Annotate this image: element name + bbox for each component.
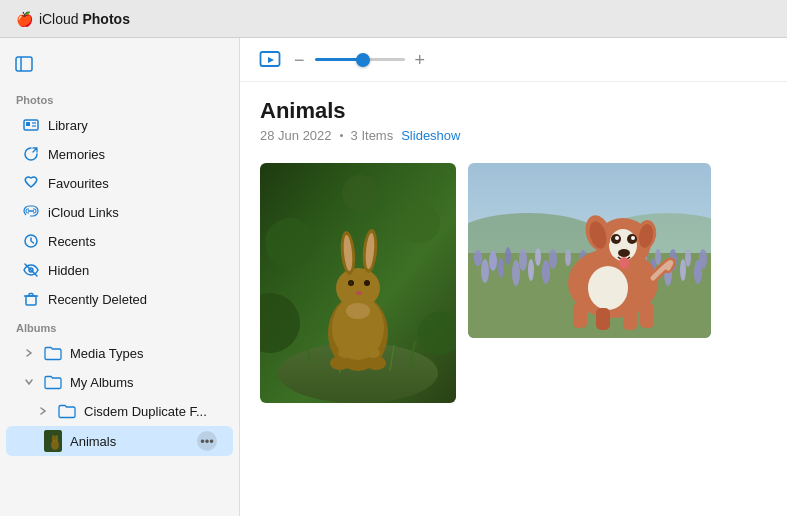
media-types-label: Media Types <box>70 346 217 361</box>
svg-point-88 <box>619 257 629 269</box>
svg-point-44 <box>366 348 380 358</box>
svg-rect-90 <box>596 308 610 330</box>
titlebar: 🍎 iCloud Photos <box>0 0 787 38</box>
svg-point-69 <box>542 260 550 284</box>
svg-point-41 <box>330 356 350 370</box>
favourites-label: Favourites <box>48 176 217 191</box>
dog-photo-image <box>468 163 711 338</box>
sidebar-item-my-albums[interactable]: My Albums <box>6 368 233 396</box>
sidebar-item-media-types[interactable]: Media Types <box>6 339 233 367</box>
main-layout: Photos Library <box>0 38 787 516</box>
svg-point-67 <box>512 260 520 286</box>
sidebar-toggle-icon <box>15 55 33 73</box>
svg-point-38 <box>350 282 352 285</box>
sidebar-item-recents[interactable]: Recents <box>6 227 233 255</box>
sidebar-item-cisdem[interactable]: Cisdem Duplicate F... <box>6 397 233 425</box>
svg-point-37 <box>364 280 370 286</box>
favourites-icon <box>22 174 40 192</box>
svg-point-61 <box>655 249 661 265</box>
svg-point-40 <box>346 303 370 319</box>
apple-logo-icon: 🍎 <box>16 11 33 27</box>
animals-label: Animals <box>70 434 189 449</box>
svg-point-63 <box>685 249 691 267</box>
zoom-slider-container[interactable] <box>315 50 405 70</box>
svg-point-39 <box>356 291 362 295</box>
sidebar-item-hidden[interactable]: Hidden <box>6 256 233 284</box>
svg-point-66 <box>498 258 504 278</box>
memories-label: Memories <box>48 147 217 162</box>
sidebar-item-icloud-links[interactable]: iCloud Links <box>6 198 233 226</box>
zoom-out-button[interactable]: − <box>294 51 305 69</box>
memories-icon <box>22 145 40 163</box>
album-slideshow-link[interactable]: Slideshow <box>401 128 460 143</box>
svg-point-52 <box>519 249 527 271</box>
animals-more-button[interactable]: ••• <box>197 431 217 451</box>
separator-dot <box>340 134 343 137</box>
photos-grid <box>240 151 787 415</box>
titlebar-title: 🍎 iCloud Photos <box>16 11 130 27</box>
icloud-text: iCloud <box>39 11 79 27</box>
album-header: Animals 28 Jun 2022 3 Items Slideshow <box>240 82 787 151</box>
svg-point-87 <box>618 249 630 257</box>
svg-rect-89 <box>573 303 587 328</box>
svg-point-49 <box>474 250 482 266</box>
photo-dog[interactable] <box>468 163 711 338</box>
svg-point-54 <box>549 249 557 269</box>
sidebar: Photos Library <box>0 38 240 516</box>
svg-rect-3 <box>26 122 30 126</box>
animals-thumb-icon <box>44 432 62 450</box>
cisdem-folder-icon <box>58 402 76 420</box>
sidebar-item-recently-deleted[interactable]: Recently Deleted <box>6 285 233 313</box>
sidebar-item-favourites[interactable]: Favourites <box>6 169 233 197</box>
svg-point-20 <box>265 218 315 268</box>
slideshow-icon <box>259 49 281 71</box>
album-date: 28 Jun 2022 <box>260 128 332 143</box>
svg-point-73 <box>680 259 686 281</box>
svg-rect-92 <box>640 303 654 328</box>
svg-point-65 <box>481 259 489 283</box>
svg-point-24 <box>342 175 378 211</box>
hidden-label: Hidden <box>48 263 217 278</box>
recently-deleted-label: Recently Deleted <box>48 292 217 307</box>
sidebar-item-memories[interactable]: Memories <box>6 140 233 168</box>
album-items-count: 3 Items <box>351 128 394 143</box>
svg-point-74 <box>694 260 702 284</box>
zoom-slider-thumb[interactable] <box>356 53 370 67</box>
svg-point-13 <box>51 440 59 450</box>
svg-point-21 <box>400 203 440 243</box>
album-meta: 28 Jun 2022 3 Items Slideshow <box>260 128 767 143</box>
albums-section-header: Albums <box>0 314 239 338</box>
sidebar-section-photos: Photos Library <box>0 86 239 313</box>
recents-icon <box>22 232 40 250</box>
library-icon <box>22 116 40 134</box>
icloud-links-icon <box>22 203 40 221</box>
cisdem-label: Cisdem Duplicate F... <box>84 404 217 419</box>
svg-point-86 <box>631 236 635 240</box>
my-albums-chevron-icon <box>22 375 36 389</box>
sidebar-toggle-button[interactable] <box>10 50 38 78</box>
svg-point-51 <box>505 247 511 265</box>
svg-rect-91 <box>623 308 637 330</box>
media-types-chevron-icon <box>22 346 36 360</box>
content-area: − + Animals 28 Jun 2022 3 Items Slidesho… <box>240 38 787 516</box>
sidebar-item-animals[interactable]: Animals ••• <box>6 426 233 456</box>
photos-section-header: Photos <box>0 86 239 110</box>
svg-marker-17 <box>268 57 274 63</box>
svg-point-31 <box>336 268 380 308</box>
svg-rect-0 <box>16 57 32 71</box>
svg-point-15 <box>55 435 58 443</box>
album-title: Animals <box>260 98 767 124</box>
my-albums-folder-icon <box>44 373 62 391</box>
icloud-links-label: iCloud Links <box>48 205 217 220</box>
photo-rabbit[interactable] <box>260 163 456 403</box>
slideshow-icon-button[interactable] <box>256 46 284 74</box>
zoom-in-button[interactable]: + <box>415 51 426 69</box>
sidebar-item-library[interactable]: Library <box>6 111 233 139</box>
svg-point-43 <box>338 348 352 358</box>
svg-point-14 <box>52 435 55 443</box>
my-albums-label: My Albums <box>70 375 217 390</box>
svg-point-85 <box>615 236 619 240</box>
svg-point-42 <box>366 356 386 370</box>
recents-label: Recents <box>48 234 217 249</box>
svg-point-53 <box>535 248 541 266</box>
